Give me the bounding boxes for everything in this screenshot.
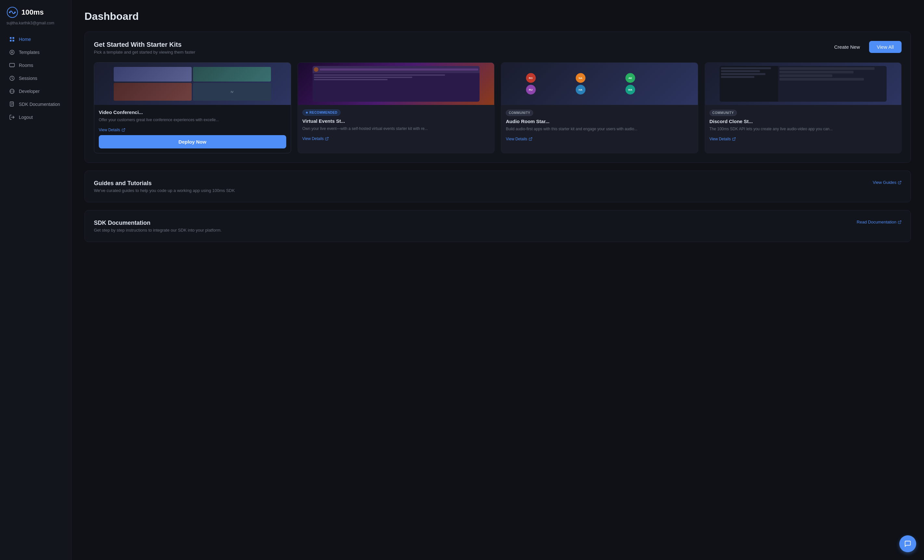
logo: 100ms xyxy=(0,6,71,21)
mock-chat-body xyxy=(312,73,480,102)
view-details-link[interactable]: View Details xyxy=(99,128,125,132)
mock-discord-msg xyxy=(779,67,874,70)
sidebar-item-rooms[interactable]: Rooms xyxy=(3,59,69,72)
mock-discord-row xyxy=(721,73,765,75)
template-thumb-video-conf: IV xyxy=(94,63,291,105)
mock-discord-row xyxy=(721,67,771,69)
template-thumb-discord xyxy=(705,63,902,105)
mock-audio-avatar: NA xyxy=(576,73,585,83)
mock-audio-avatar: HA xyxy=(576,85,585,94)
guides-heading: Guides and Tutorials xyxy=(94,180,235,187)
sdk-heading: SDK Documentation xyxy=(94,220,222,226)
mock-chat-ui xyxy=(312,66,480,102)
mock-avatar xyxy=(114,83,192,101)
starter-kits-header-left: Get Started With Starter Kits Pick a tem… xyxy=(94,41,195,55)
app-name: 100ms xyxy=(21,8,44,16)
sidebar-item-developer[interactable]: Developer xyxy=(3,85,69,97)
mock-video-cell: IV xyxy=(193,83,271,101)
mock-chat-msg xyxy=(314,79,388,80)
main-content: Dashboard Get Started With Starter Kits … xyxy=(72,0,924,560)
sidebar-item-label: Templates xyxy=(19,50,40,55)
sidebar-item-sessions[interactable]: Sessions xyxy=(3,72,69,84)
starter-kits-section: Get Started With Starter Kits Pick a tem… xyxy=(84,31,911,163)
view-all-button[interactable]: View All xyxy=(869,41,902,53)
read-documentation-link[interactable]: Read Documentation xyxy=(857,220,902,225)
sdk-doc-icon xyxy=(9,101,15,107)
sidebar-item-label: Logout xyxy=(19,115,33,120)
sidebar-nav: Home Templates Rooms xyxy=(0,33,71,554)
templates-grid: IV Video Conferenci... Offer your custom… xyxy=(94,62,902,153)
sidebar-item-templates[interactable]: Templates xyxy=(3,46,69,58)
guides-subheading: We've curated guides to help you code up… xyxy=(94,188,235,193)
svg-rect-9 xyxy=(10,63,15,67)
mock-audio-avatar: RO xyxy=(526,73,536,83)
mock-discord-msg xyxy=(779,74,832,77)
view-details-link[interactable]: View Details xyxy=(506,137,532,141)
chat-icon xyxy=(904,540,911,547)
sidebar-item-logout[interactable]: Logout xyxy=(3,111,69,123)
template-thumb-virtual-events xyxy=(298,63,495,105)
templates-icon xyxy=(9,49,15,55)
starter-kits-header: Get Started With Starter Kits Pick a tem… xyxy=(94,41,902,55)
mock-discord-row xyxy=(721,76,754,78)
view-details-link[interactable]: View Details xyxy=(710,137,736,141)
logo-icon xyxy=(6,6,18,18)
mock-discord-row xyxy=(721,70,760,72)
sidebar-item-label: Rooms xyxy=(19,63,33,68)
sidebar-item-label: SDK Documentation xyxy=(19,102,60,107)
home-icon xyxy=(9,36,15,42)
guides-section: Guides and Tutorials We've curated guide… xyxy=(84,171,911,202)
rooms-icon xyxy=(9,62,15,68)
community-badge: COMMUNITY xyxy=(710,110,737,116)
template-thumb-audio-room: RO NA AE RU HA WA xyxy=(501,63,698,105)
mock-discord-main xyxy=(778,66,886,102)
svg-rect-3 xyxy=(10,37,11,39)
starter-kits-heading: Get Started With Starter Kits xyxy=(94,41,195,48)
sidebar-item-home[interactable]: Home xyxy=(3,33,69,45)
template-card-body: COMMUNITY Discord Clone St... The 100ms … xyxy=(705,105,902,146)
template-card-audio-room[interactable]: RO NA AE RU HA WA COMMUNITY Audio Room S… xyxy=(501,62,698,153)
sidebar-item-sdk-documentation[interactable]: SDK Documentation xyxy=(3,98,69,111)
mock-video-cell xyxy=(114,83,192,101)
guides-header-left: Guides and Tutorials We've curated guide… xyxy=(94,180,235,193)
svg-rect-4 xyxy=(13,37,14,39)
view-details-link[interactable]: View Details xyxy=(303,136,329,141)
template-desc: Offer your customers great live conferen… xyxy=(99,117,286,123)
logout-icon xyxy=(9,114,15,120)
sessions-icon xyxy=(9,75,15,81)
svg-rect-6 xyxy=(13,40,14,42)
guides-header: Guides and Tutorials We've curated guide… xyxy=(94,180,902,193)
template-name: Audio Room Star... xyxy=(506,118,693,124)
sdk-section: SDK Documentation Get step by step instr… xyxy=(84,210,911,242)
template-card-discord-clone[interactable]: COMMUNITY Discord Clone St... The 100ms … xyxy=(705,62,902,153)
sdk-header: SDK Documentation Get step by step instr… xyxy=(94,220,902,232)
sidebar-item-label: Developer xyxy=(19,89,40,94)
mock-audio-avatar: RU xyxy=(526,85,536,94)
svg-rect-5 xyxy=(10,40,11,42)
template-card-body: COMMUNITY Audio Room Star... Build audio… xyxy=(501,105,698,146)
mock-video-cell xyxy=(114,67,192,82)
template-card-video-conf[interactable]: IV Video Conferenci... Offer your custom… xyxy=(94,62,291,153)
developer-icon xyxy=(9,88,15,94)
deploy-now-button[interactable]: Deploy Now xyxy=(99,135,286,148)
sdk-subheading: Get step by step instructions to integra… xyxy=(94,228,222,232)
mock-audio-avatar: WA xyxy=(626,85,635,94)
mock-discord-ui xyxy=(720,66,886,102)
mock-video-grid: IV xyxy=(114,67,271,101)
mock-audio-avatar: AE xyxy=(626,73,635,83)
user-email: sujitha.karthik3@gmail.com xyxy=(0,21,71,33)
template-card-virtual-events[interactable]: RECOMMENDED Virtual Events St... Own you… xyxy=(298,62,495,153)
template-desc: Build audio-first apps with this starter… xyxy=(506,126,693,132)
chat-fab-button[interactable] xyxy=(899,535,916,552)
view-guides-link[interactable]: View Guides xyxy=(873,180,902,185)
template-card-body: Video Conferenci... Offer your customers… xyxy=(94,105,291,153)
mock-video-cell xyxy=(193,67,271,82)
mock-discord-msg xyxy=(779,71,854,73)
mock-chat-msg xyxy=(314,74,446,76)
svg-point-7 xyxy=(10,50,14,55)
create-new-button[interactable]: Create New xyxy=(830,42,864,52)
mock-chat-header xyxy=(312,66,480,73)
sidebar-item-label: Sessions xyxy=(19,76,38,81)
sdk-header-left: SDK Documentation Get step by step instr… xyxy=(94,220,222,232)
mock-chat-msg xyxy=(314,77,412,78)
